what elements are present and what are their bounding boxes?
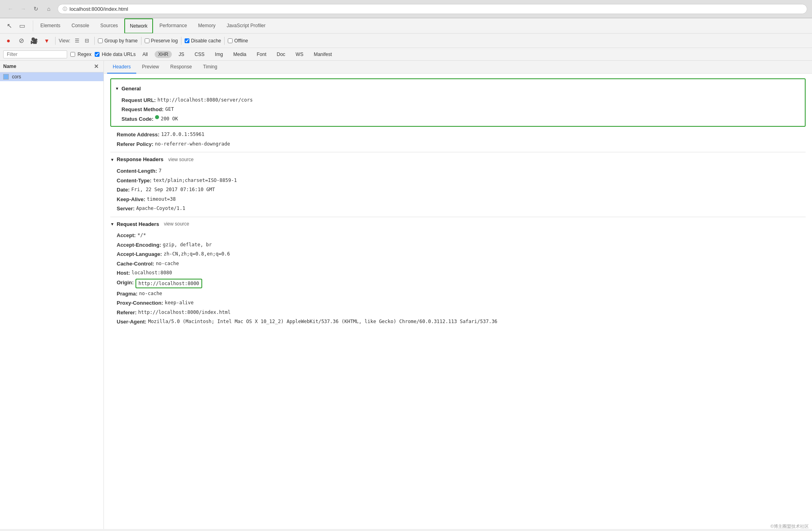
accept-value: */* xyxy=(137,232,146,240)
tab-preview[interactable]: Preview xyxy=(136,61,165,74)
keep-alive-row: Keep-Alive: timeout=38 xyxy=(110,195,806,204)
host-key: Host: xyxy=(117,269,130,277)
detail-tab-bar: Headers Preview Response Timing xyxy=(104,61,812,74)
server-row: Server: Apache-Coyote/1.1 xyxy=(110,204,806,214)
request-view-source-link[interactable]: view source xyxy=(164,220,189,228)
address-bar[interactable]: ⓘ localhost:8000/index.html xyxy=(58,4,807,14)
cache-control-key: Cache-Control: xyxy=(117,260,154,268)
response-headers-title: Response Headers xyxy=(117,156,163,164)
referer-policy-key: Referer Policy: xyxy=(117,140,153,148)
filter-xhr[interactable]: XHR xyxy=(155,51,172,58)
preserve-log-checkbox-group[interactable]: Preserve log xyxy=(145,38,178,44)
toolbar-divider-5 xyxy=(224,37,225,45)
filter-all[interactable]: All xyxy=(139,51,151,58)
tab-headers[interactable]: Headers xyxy=(107,61,136,74)
content-type-row: Content-Type: text/plain;charset=ISO-885… xyxy=(110,176,806,186)
filter-css[interactable]: CSS xyxy=(191,51,208,58)
tab-elements[interactable]: Elements xyxy=(35,18,66,34)
accept-encoding-value: gzip, deflate, br xyxy=(163,241,212,249)
content-type-value: text/plain;charset=ISO-8859-1 xyxy=(153,177,237,185)
regex-label: Regex xyxy=(78,52,92,57)
status-dot-icon xyxy=(155,115,159,119)
filter-icon-button[interactable]: ▼ xyxy=(42,36,52,46)
list-item[interactable]: cors xyxy=(0,72,103,81)
request-list-header: Name ✕ xyxy=(0,61,103,72)
content-length-row: Content-Length: 7 xyxy=(110,166,806,176)
date-row: Date: Fri, 22 Sep 2017 07:16:10 GMT xyxy=(110,185,806,195)
preserve-log-checkbox[interactable] xyxy=(145,38,149,43)
offline-checkbox[interactable] xyxy=(228,38,233,43)
tab-performance[interactable]: Performance xyxy=(154,18,193,34)
origin-row: Origin: http://localhost:8000 xyxy=(110,278,806,289)
home-button[interactable]: ⌂ xyxy=(43,3,54,14)
cache-control-row: Cache-Control: no-cache xyxy=(110,259,806,269)
request-headers-section-header[interactable]: ▼ Request Headers view source xyxy=(110,220,806,229)
group-by-frame-checkbox-group[interactable]: Group by frame xyxy=(98,38,137,44)
group-by-frame-checkbox[interactable] xyxy=(98,38,103,43)
disable-cache-checkbox-group[interactable]: Disable cache xyxy=(185,38,221,44)
disable-cache-label: Disable cache xyxy=(191,38,221,44)
accept-encoding-row: Accept-Encoding: gzip, deflate, br xyxy=(110,240,806,250)
tab-sources[interactable]: Sources xyxy=(95,18,123,34)
pragma-row: Pragma: no-cache xyxy=(110,289,806,299)
tab-network[interactable]: Network xyxy=(124,18,153,34)
request-list: Name ✕ cors xyxy=(0,61,104,529)
name-column-header: Name xyxy=(3,64,92,69)
filter-font[interactable]: Font xyxy=(253,51,270,58)
stop-button[interactable]: ⊘ xyxy=(16,36,26,46)
response-headers-section-header[interactable]: ▼ Response Headers view source xyxy=(110,156,806,164)
filter-media[interactable]: Media xyxy=(230,51,250,58)
network-toolbar: ● ⊘ 🎥 ▼ View: ☰ ⊟ Group by frame Preserv… xyxy=(0,34,812,48)
devtools-tab-bar: ↖ ▭ Elements Console Sources Network Per… xyxy=(0,18,812,34)
screenshot-button[interactable]: 🎥 xyxy=(29,36,39,46)
filter-doc[interactable]: Doc xyxy=(273,51,289,58)
hide-data-urls-checkbox-group[interactable]: Hide data URLs xyxy=(95,52,136,57)
tab-response[interactable]: Response xyxy=(165,61,197,74)
content-length-key: Content-Length: xyxy=(117,167,157,175)
general-section-header[interactable]: ▼ General xyxy=(115,85,801,93)
toolbar-divider-1 xyxy=(55,37,56,45)
record-button[interactable]: ● xyxy=(3,36,14,46)
forward-button[interactable]: → xyxy=(18,3,29,14)
status-code-value: 200 OK xyxy=(161,115,178,123)
filter-manifest[interactable]: Manifest xyxy=(310,51,335,58)
filter-input[interactable] xyxy=(3,50,67,58)
accept-encoding-key: Accept-Encoding: xyxy=(117,241,161,249)
keep-alive-value: timeout=38 xyxy=(147,196,176,204)
remote-address-value: 127.0.0.1:55961 xyxy=(161,131,204,139)
section-divider-2 xyxy=(110,217,806,217)
device-icon-btn[interactable]: ▭ xyxy=(16,20,28,32)
remote-address-row: Remote Address: 127.0.0.1:55961 xyxy=(110,130,806,140)
tab-memory[interactable]: Memory xyxy=(193,18,221,34)
close-detail-button[interactable]: ✕ xyxy=(92,62,100,70)
tab-timing[interactable]: Timing xyxy=(197,61,223,74)
referer-row: Referer: http://localhost:8000/index.htm… xyxy=(110,308,806,317)
tab-javascript-profiler[interactable]: JavaScript Profiler xyxy=(221,18,271,34)
pragma-value: no-cache xyxy=(139,290,162,298)
reload-button[interactable]: ↻ xyxy=(30,3,42,14)
filter-js[interactable]: JS xyxy=(175,51,188,58)
response-view-source-link[interactable]: view source xyxy=(168,156,193,164)
filter-ws[interactable]: WS xyxy=(292,51,307,58)
proxy-connection-key: Proxy-Connection: xyxy=(117,299,163,307)
cursor-icon-btn[interactable]: ↖ xyxy=(3,20,15,32)
filter-bar: Regex Hide data URLs All XHR JS CSS Img … xyxy=(0,48,812,61)
regex-checkbox-group[interactable]: Regex xyxy=(70,52,92,57)
request-triangle-icon: ▼ xyxy=(110,221,114,228)
view-list-icon[interactable]: ☰ xyxy=(73,36,82,45)
toolbar-divider-3 xyxy=(141,37,141,45)
date-value: Fri, 22 Sep 2017 07:16:10 GMT xyxy=(131,186,215,194)
back-button[interactable]: ← xyxy=(5,3,16,14)
filter-img[interactable]: Img xyxy=(211,51,227,58)
content-type-key: Content-Type: xyxy=(117,177,151,185)
tab-console[interactable]: Console xyxy=(66,18,95,34)
hide-data-urls-checkbox[interactable] xyxy=(95,52,100,57)
request-url-row: Request URL: http://localhost:8080/serve… xyxy=(115,96,801,105)
offline-checkbox-group[interactable]: Offline xyxy=(228,38,248,44)
toolbar-divider-4 xyxy=(181,37,181,45)
proxy-connection-value: keep-alive xyxy=(165,299,193,307)
regex-checkbox[interactable] xyxy=(70,52,75,57)
origin-key: Origin: xyxy=(117,279,134,288)
view-detail-icon[interactable]: ⊟ xyxy=(82,36,91,45)
disable-cache-checkbox[interactable] xyxy=(185,38,189,43)
